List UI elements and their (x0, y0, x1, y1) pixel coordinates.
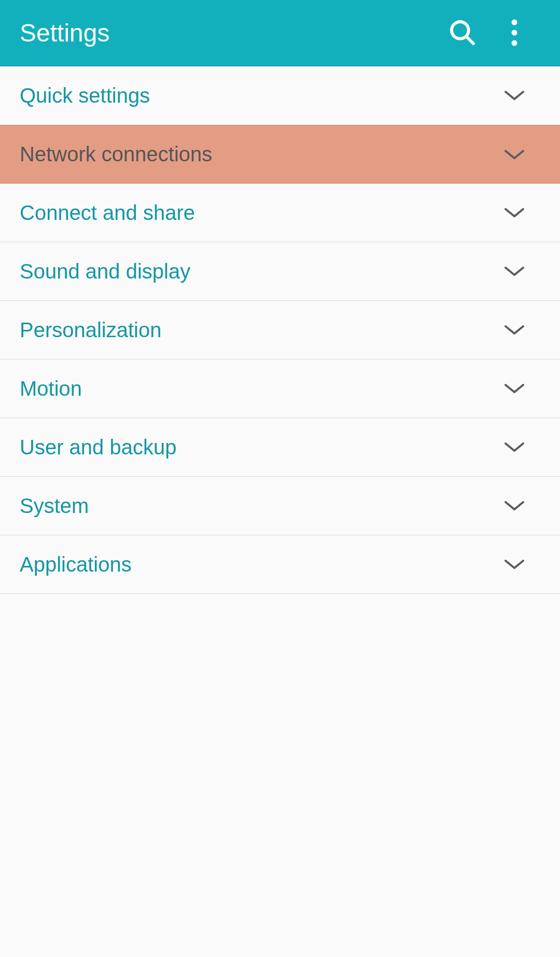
category-label: Network connections (20, 143, 499, 166)
chevron-down-icon (505, 207, 524, 218)
expand-toggle[interactable] (499, 441, 540, 453)
page-title: Settings (20, 19, 437, 47)
svg-point-2 (512, 20, 517, 25)
expand-toggle[interactable] (499, 559, 540, 570)
chevron-down-icon (505, 149, 524, 160)
settings-category-personalization[interactable]: Personalization (0, 301, 560, 359)
chevron-down-icon (505, 441, 524, 453)
category-label: Personalization (20, 318, 499, 342)
more-vertical-icon (511, 19, 517, 46)
settings-category-motion[interactable]: Motion (0, 359, 560, 418)
chevron-down-icon (505, 90, 524, 101)
svg-point-4 (512, 40, 517, 46)
category-label: Sound and display (20, 260, 499, 283)
category-label: System (20, 494, 499, 518)
search-icon (448, 18, 477, 47)
settings-category-quick-settings[interactable]: Quick settings (0, 66, 560, 125)
settings-category-sound-and-display[interactable]: Sound and display (0, 242, 560, 301)
svg-point-3 (512, 30, 517, 36)
chevron-down-icon (505, 500, 524, 511)
chevron-down-icon (505, 324, 524, 336)
more-options-button[interactable] (488, 7, 540, 59)
chevron-down-icon (505, 383, 524, 394)
category-label: User and backup (20, 436, 499, 459)
category-label: Quick settings (20, 84, 499, 107)
settings-category-applications[interactable]: Applications (0, 535, 560, 594)
expand-toggle[interactable] (499, 383, 540, 394)
settings-category-list: Quick settings Network connections Conne… (0, 66, 560, 594)
expand-toggle[interactable] (499, 149, 540, 160)
svg-line-1 (466, 36, 473, 44)
search-button[interactable] (437, 7, 488, 59)
app-bar: Settings (0, 0, 560, 66)
expand-toggle[interactable] (499, 207, 540, 218)
chevron-down-icon (505, 559, 524, 570)
expand-toggle[interactable] (499, 500, 540, 511)
category-label: Applications (20, 553, 499, 576)
chevron-down-icon (505, 266, 524, 277)
category-label: Motion (20, 377, 499, 400)
expand-toggle[interactable] (499, 324, 540, 336)
category-label: Connect and share (20, 201, 499, 225)
settings-category-network-connections[interactable]: Network connections (0, 125, 560, 184)
settings-category-system[interactable]: System (0, 477, 560, 535)
settings-category-user-and-backup[interactable]: User and backup (0, 418, 560, 477)
expand-toggle[interactable] (499, 266, 540, 277)
expand-toggle[interactable] (499, 90, 540, 101)
settings-category-connect-and-share[interactable]: Connect and share (0, 184, 560, 242)
